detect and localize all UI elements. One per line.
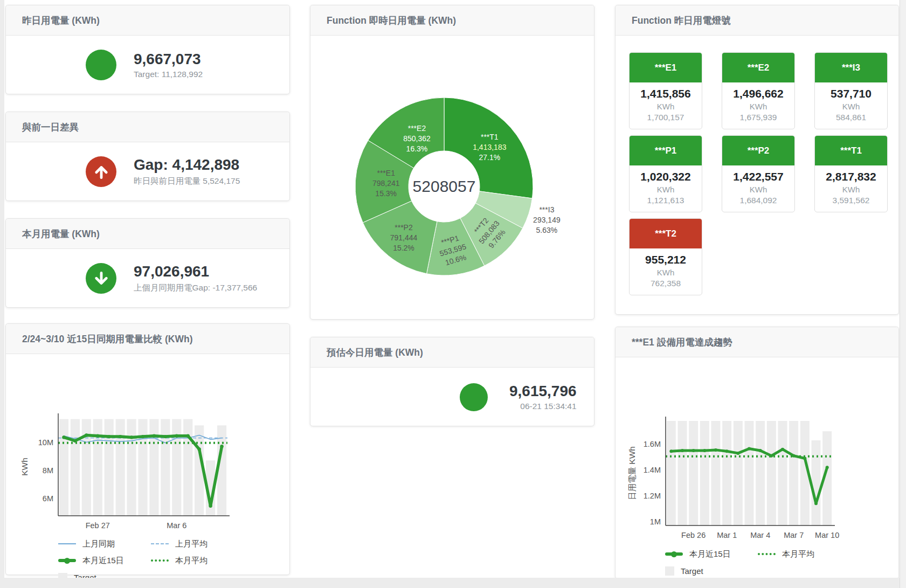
card-e1-trend-chart: ***E1 設備用電達成趨勢 1M1.2M1.4M1.6MFeb 26Mar 1… bbox=[615, 327, 899, 579]
tile-body: 955,212KWh762,358 bbox=[630, 248, 702, 295]
legend-swatch bbox=[151, 543, 169, 544]
card-realtime-donut: Function 即時日用電量 (KWh) ***T11,413,18327.1… bbox=[310, 5, 594, 320]
legend-item[interactable]: Target bbox=[665, 564, 758, 577]
light-tile-grid: ***E11,415,856KWh1,700,157***E21,496,662… bbox=[615, 36, 898, 295]
tile-target: 762,358 bbox=[632, 279, 700, 288]
series-point bbox=[692, 449, 695, 452]
target-bar bbox=[172, 419, 181, 516]
series-point bbox=[153, 434, 156, 438]
target-bar bbox=[127, 419, 136, 516]
series-point bbox=[119, 435, 122, 438]
target-bar bbox=[756, 421, 765, 525]
card-title-text: Function 即時日用電量 (KWh) bbox=[327, 14, 456, 27]
card-15day-comparison-chart: 2/24~3/10 近15日同期用電量比較 (KWh) 6M8M10MFeb 2… bbox=[5, 323, 290, 575]
target-bar bbox=[789, 421, 798, 525]
light-tile: ***E11,415,856KWh1,700,157 bbox=[629, 52, 702, 129]
legend-label: 本月近15日 bbox=[689, 549, 731, 559]
tile-target: 1,675,939 bbox=[724, 113, 792, 122]
card-title-text: 2/24~3/10 近15日同期用電量比較 (KWh) bbox=[22, 333, 193, 345]
tile-label: ***E1 bbox=[630, 53, 702, 82]
card-gap-previous-day: 與前一日差異 Gap: 4,142,898 昨日與前日用電量 5,524,175 bbox=[5, 112, 290, 201]
series-point bbox=[736, 452, 739, 455]
card-title: Function 即時日用電量 (KWh) bbox=[310, 5, 594, 36]
target-bar bbox=[71, 419, 80, 516]
tile-label: ***T1 bbox=[815, 136, 887, 165]
legend-label: Target bbox=[681, 566, 703, 576]
tile-label: ***P2 bbox=[722, 136, 794, 165]
y-tick-label: 10M bbox=[38, 438, 53, 447]
card-title: Function 昨日用電燈號 bbox=[615, 5, 898, 36]
legend-swatch bbox=[151, 559, 169, 562]
series-point bbox=[141, 435, 144, 438]
series-point bbox=[107, 435, 110, 438]
legend-item[interactable]: 本月平均 bbox=[758, 548, 850, 561]
x-tick-label: Feb 26 bbox=[681, 531, 706, 539]
tile-target: 1,684,092 bbox=[724, 196, 792, 205]
x-tick-label: Mar 10 bbox=[815, 531, 839, 539]
x-tick-label: Mar 1 bbox=[717, 531, 737, 539]
series-point bbox=[681, 449, 684, 452]
series-point bbox=[725, 449, 729, 453]
tile-value: 1,415,856 bbox=[632, 87, 700, 100]
dashboard-page: 昨日用電量 (KWh) 9,667,073 Target: 11,128,992… bbox=[0, 0, 906, 588]
window-edge-left bbox=[0, 0, 4, 588]
kpi-value: 9,667,073 bbox=[134, 51, 203, 68]
tile-unit: KWh bbox=[632, 268, 700, 277]
series-point bbox=[209, 504, 212, 508]
donut-segment-label: ***I3293,1495.63% bbox=[533, 205, 561, 234]
legend-item[interactable]: 本月近15日 bbox=[58, 554, 151, 567]
x-tick-label: Feb 27 bbox=[86, 521, 110, 530]
legend-item[interactable]: 本月平均 bbox=[151, 554, 244, 567]
donut-center-total: 5208057 bbox=[413, 177, 476, 195]
window-edge-bottom bbox=[0, 578, 906, 588]
target-bar bbox=[711, 421, 721, 525]
kpi-block: 97,026,961 上個月同期用電Gap: -17,377,566 bbox=[134, 263, 257, 293]
series-point bbox=[781, 448, 784, 451]
series-point bbox=[85, 433, 88, 437]
trend-chart-legend: 本月近15日本月平均Target bbox=[665, 548, 898, 577]
legend-item[interactable]: 上月同期 bbox=[58, 537, 151, 550]
legend-label: 本月近15日 bbox=[82, 556, 124, 566]
series-point bbox=[759, 449, 762, 452]
target-bar bbox=[778, 421, 787, 525]
light-tile: ***T2955,212KWh762,358 bbox=[629, 218, 702, 295]
series-point bbox=[220, 445, 223, 448]
tile-target: 3,591,562 bbox=[817, 196, 885, 205]
trend-chart-canvas: 1M1.2M1.4M1.6MFeb 26Mar 1Mar 4Mar 7Mar 1… bbox=[615, 357, 888, 543]
tile-body: 537,710KWh584,861 bbox=[815, 82, 887, 129]
legend-swatch bbox=[665, 566, 674, 576]
legend-label: 上月平均 bbox=[175, 539, 208, 549]
legend-swatch bbox=[58, 559, 76, 562]
target-bar bbox=[812, 440, 821, 525]
legend-label: 上月同期 bbox=[82, 539, 115, 549]
card-title: 本月用電量 (KWh) bbox=[6, 219, 289, 249]
comparison-chart-legend: 上月同期上月平均本月近15日本月平均Target bbox=[58, 537, 289, 584]
tile-unit: KWh bbox=[632, 102, 700, 111]
scrollbar[interactable] bbox=[900, 0, 906, 588]
target-bar bbox=[745, 421, 754, 525]
target-bar bbox=[149, 419, 158, 516]
y-tick-label: 1.4M bbox=[644, 466, 661, 474]
x-tick-label: Mar 4 bbox=[750, 531, 770, 539]
series-point bbox=[714, 448, 717, 452]
tile-unit: KWh bbox=[632, 185, 700, 194]
tile-body: 1,415,856KWh1,700,157 bbox=[630, 82, 702, 129]
kpi-subtitle: 上個月同期用電Gap: -17,377,566 bbox=[134, 282, 257, 294]
kpi-block: Gap: 4,142,898 昨日與前日用電量 5,524,175 bbox=[134, 156, 240, 186]
card-title: 2/24~3/10 近15日同期用電量比較 (KWh) bbox=[6, 324, 289, 354]
card-title-text: 昨日用電量 (KWh) bbox=[22, 14, 100, 27]
status-circle-icon bbox=[86, 50, 116, 80]
y-tick-label: 1M bbox=[650, 517, 661, 526]
legend-item[interactable]: 上月平均 bbox=[151, 537, 244, 550]
legend-item[interactable]: 本月近15日 bbox=[665, 548, 758, 561]
tile-target: 1,700,157 bbox=[632, 113, 700, 122]
target-bar bbox=[722, 421, 731, 525]
tile-label: ***T2 bbox=[630, 219, 702, 248]
target-bar bbox=[138, 419, 147, 516]
target-bar bbox=[183, 419, 192, 516]
card-title: 與前一日差異 bbox=[6, 112, 289, 142]
light-tile: ***P21,422,557KWh1,684,092 bbox=[722, 135, 795, 212]
light-tile: ***E21,496,662KWh1,675,939 bbox=[722, 52, 795, 129]
tile-value: 1,496,662 bbox=[724, 87, 792, 100]
tile-body: 1,020,322KWh1,121,613 bbox=[630, 165, 702, 212]
